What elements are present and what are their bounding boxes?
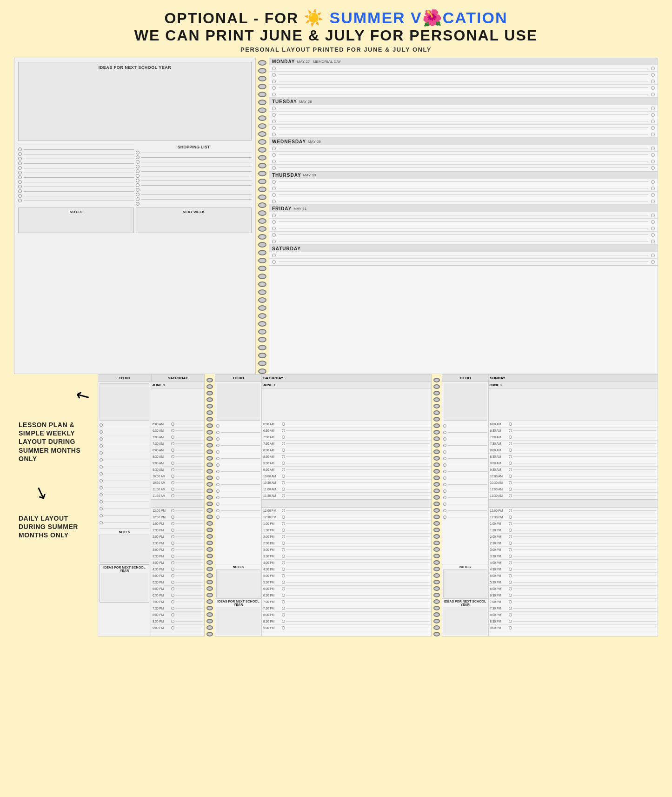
spiral-ring xyxy=(206,599,213,604)
list-item xyxy=(18,161,134,165)
spiral-ring xyxy=(433,593,440,597)
list-item: 11:30 AM xyxy=(151,493,204,499)
list-item: 3:00 PM xyxy=(489,547,658,553)
spiral-ring xyxy=(206,423,213,428)
monday-date: MAY 27 MEMORIAL DAY xyxy=(297,60,341,64)
sw-ideas-box xyxy=(101,573,148,601)
list-item xyxy=(18,180,134,184)
wednesday-label: WEDNESDAY xyxy=(272,139,306,144)
table-row xyxy=(269,118,658,125)
list-item: 11:00 AM xyxy=(489,486,658,493)
spiral-ring xyxy=(433,476,440,480)
list-item: 6:30 PM xyxy=(151,592,204,599)
spiral-ring xyxy=(433,521,440,526)
saturday-section: SATURDAY xyxy=(269,245,658,266)
daily-sun-ideas-section: IDEAS FOR NEXT SCHOOL YEAR xyxy=(442,598,488,636)
list-item: 10:00 AM xyxy=(151,473,204,480)
spiral-ring xyxy=(433,495,440,500)
friday-label: FRIDAY xyxy=(272,206,292,211)
left-annotations: ↗ LESSON PLAN & SIMPLE WEEKLY LAYOUT DUR… xyxy=(14,374,98,636)
noon-separator xyxy=(489,499,658,508)
list-item: 5:30 PM xyxy=(151,579,204,586)
tuesday-date: MAY 28 xyxy=(299,100,312,104)
spiral-ring xyxy=(258,100,266,105)
daily-sat-notes-section: NOTES xyxy=(215,564,261,598)
list-item xyxy=(100,450,149,456)
spiral-ring xyxy=(258,60,266,66)
list-item: 2:00 PM xyxy=(262,534,431,540)
list-item xyxy=(100,520,149,526)
ideas-for-next-year-box: IDEAS FOR NEXT SCHOOL YEAR xyxy=(18,62,252,141)
table-row xyxy=(269,212,658,219)
table-row xyxy=(269,125,658,131)
noon-separator xyxy=(151,499,204,508)
spiral-ring xyxy=(433,619,440,623)
table-row xyxy=(269,65,658,72)
tuesday-section: TUESDAY MAY 28 xyxy=(269,98,658,138)
spiral-ring xyxy=(258,297,266,303)
spiral-ring xyxy=(433,625,440,630)
spiral-ring xyxy=(258,202,266,208)
monday-section: MONDAY MAY 27 MEMORIAL DAY xyxy=(269,58,658,98)
spiral-ring xyxy=(258,107,266,113)
list-item xyxy=(443,436,487,442)
list-item xyxy=(136,179,252,182)
spiral-ring xyxy=(206,462,213,467)
todo-shopping-section: SHOPPING LIST xyxy=(18,145,252,206)
top-spread: IDEAS FOR NEXT SCHOOL YEAR xyxy=(0,58,672,374)
spiral-ring xyxy=(206,606,213,610)
list-item: 3:00 PM xyxy=(151,547,204,553)
header-line1: OPTIONAL - FOR ☀️ SUMMER V🌺CATION xyxy=(9,8,663,27)
spiral-ring xyxy=(433,580,440,584)
list-item: 10:30 AM xyxy=(151,480,204,486)
daily-sun-notes-box xyxy=(443,569,487,597)
list-item: 1:00 PM xyxy=(262,521,431,527)
list-item: 6:00 PM xyxy=(151,586,204,592)
list-item xyxy=(100,457,149,463)
table-row xyxy=(269,225,658,232)
list-item: 8:00 AM xyxy=(489,447,658,454)
spiral-ring xyxy=(206,554,213,558)
spiral-ring xyxy=(433,456,440,461)
spiral-ring xyxy=(206,625,213,630)
spiral-ring xyxy=(258,68,266,74)
list-item xyxy=(216,508,260,514)
tuesday-label: TUESDAY xyxy=(272,99,297,104)
list-item xyxy=(100,436,149,442)
list-item: 8:00 AM xyxy=(151,447,204,454)
weekly-schedule-page: MONDAY MAY 27 MEMORIAL DAY TUESDAY MAY 2… xyxy=(269,58,658,374)
daily-sun-notes-section: NOTES xyxy=(442,564,488,598)
list-item xyxy=(216,488,260,494)
sw-header-row: TO DO SATURDAY xyxy=(98,375,204,382)
daily-sunday-page: TO DO SUNDAY xyxy=(442,374,659,636)
list-item: 5:30 PM xyxy=(262,579,431,586)
list-item: 7:30 AM xyxy=(151,441,204,447)
list-item: 8:00 PM xyxy=(262,612,431,618)
table-row xyxy=(269,219,658,225)
spiral-ring xyxy=(206,404,213,409)
list-item: 7:30 PM xyxy=(262,605,431,612)
spiral-ring xyxy=(206,593,213,597)
spiral-ring xyxy=(258,258,266,263)
daily-sat-ideas-box xyxy=(216,607,260,635)
todo-list xyxy=(18,145,134,202)
daily-sun-notes-top-box xyxy=(489,388,658,421)
spiral-ring xyxy=(433,410,440,415)
spiral-ring xyxy=(258,179,266,184)
list-item: 1:00 PM xyxy=(489,521,658,527)
sw-notes-top-box xyxy=(151,388,204,421)
spiral-ring xyxy=(206,515,213,519)
spiral-ring xyxy=(206,476,213,480)
spiral-ring xyxy=(433,489,440,493)
list-item: 8:00 PM xyxy=(489,612,658,618)
list-item xyxy=(100,492,149,498)
spiral-ring xyxy=(258,210,266,216)
spiral-ring xyxy=(433,534,440,539)
spiral-ring xyxy=(258,266,266,271)
list-item xyxy=(18,152,134,156)
spiral-ring xyxy=(258,155,266,161)
notes-box: NOTES xyxy=(18,208,134,233)
friday-date: MAY 31 xyxy=(293,207,306,211)
sw-todo-col: NOTES IDEAS FOR NEXT SCHOOL YEAR xyxy=(98,382,151,636)
spiral-ring xyxy=(433,515,440,519)
